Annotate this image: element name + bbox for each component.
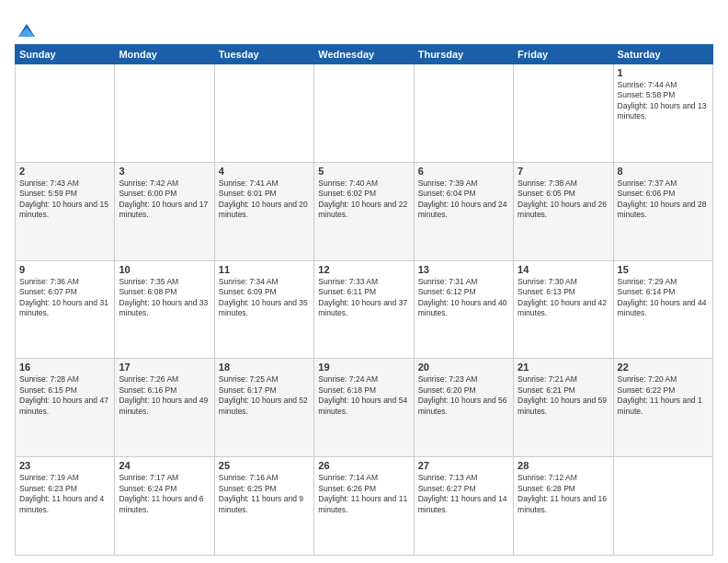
- day-info: Sunrise: 7:34 AM Sunset: 6:09 PM Dayligh…: [219, 277, 310, 319]
- calendar-cell: 20Sunrise: 7:23 AM Sunset: 6:20 PM Dayli…: [414, 359, 513, 457]
- day-info: Sunrise: 7:42 AM Sunset: 6:00 PM Dayligh…: [119, 178, 210, 221]
- day-info: Sunrise: 7:19 AM Sunset: 6:23 PM Dayligh…: [19, 473, 110, 515]
- day-number: 17: [119, 362, 210, 373]
- day-info: Sunrise: 7:21 AM Sunset: 6:21 PM Dayligh…: [518, 374, 609, 417]
- calendar-cell: 19Sunrise: 7:24 AM Sunset: 6:18 PM Dayli…: [314, 359, 414, 457]
- calendar-week-row: 16Sunrise: 7:28 AM Sunset: 6:15 PM Dayli…: [16, 359, 713, 457]
- day-number: 27: [418, 460, 509, 471]
- day-info: Sunrise: 7:33 AM Sunset: 6:11 PM Dayligh…: [318, 277, 409, 319]
- day-number: 15: [618, 264, 709, 275]
- day-number: 16: [19, 362, 110, 373]
- day-number: 28: [518, 460, 609, 471]
- calendar-header-row: SundayMondayTuesdayWednesdayThursdayFrid…: [16, 45, 713, 64]
- day-number: 19: [318, 362, 409, 373]
- day-number: 6: [418, 166, 509, 177]
- day-info: Sunrise: 7:36 AM Sunset: 6:07 PM Dayligh…: [19, 277, 110, 319]
- calendar-cell: [16, 64, 115, 163]
- calendar-cell: [115, 64, 214, 163]
- day-number: 14: [518, 264, 609, 275]
- day-info: Sunrise: 7:38 AM Sunset: 6:05 PM Dayligh…: [518, 178, 609, 221]
- day-number: 26: [318, 460, 409, 471]
- day-number: 9: [19, 264, 110, 275]
- calendar-cell: 28Sunrise: 7:12 AM Sunset: 6:28 PM Dayli…: [514, 457, 613, 556]
- day-number: 10: [119, 264, 210, 275]
- calendar-cell: [214, 64, 313, 163]
- calendar-cell: 6Sunrise: 7:39 AM Sunset: 6:04 PM Daylig…: [414, 162, 513, 260]
- day-info: Sunrise: 7:17 AM Sunset: 6:24 PM Dayligh…: [119, 473, 210, 515]
- calendar-header-wednesday: Wednesday: [314, 45, 414, 64]
- day-info: Sunrise: 7:25 AM Sunset: 6:17 PM Dayligh…: [219, 374, 310, 417]
- day-info: Sunrise: 7:12 AM Sunset: 6:28 PM Dayligh…: [518, 473, 609, 515]
- day-info: Sunrise: 7:37 AM Sunset: 6:06 PM Dayligh…: [618, 178, 709, 221]
- calendar-cell: 26Sunrise: 7:14 AM Sunset: 6:26 PM Dayli…: [314, 457, 414, 556]
- day-number: 1: [618, 67, 709, 78]
- day-number: 23: [19, 460, 110, 471]
- calendar-cell: 11Sunrise: 7:34 AM Sunset: 6:09 PM Dayli…: [214, 260, 313, 359]
- calendar-header-saturday: Saturday: [613, 45, 712, 64]
- header: [15, 15, 713, 40]
- day-info: Sunrise: 7:28 AM Sunset: 6:15 PM Dayligh…: [19, 374, 110, 417]
- day-number: 11: [219, 264, 310, 275]
- day-number: 2: [19, 166, 110, 177]
- calendar-cell: 4Sunrise: 7:41 AM Sunset: 6:01 PM Daylig…: [214, 162, 313, 260]
- logo-icon: [17, 20, 37, 40]
- day-info: Sunrise: 7:44 AM Sunset: 5:58 PM Dayligh…: [618, 80, 709, 122]
- calendar-week-row: 9Sunrise: 7:36 AM Sunset: 6:07 PM Daylig…: [16, 260, 713, 359]
- calendar-header-monday: Monday: [115, 45, 214, 64]
- calendar-cell: 2Sunrise: 7:43 AM Sunset: 5:59 PM Daylig…: [16, 162, 115, 260]
- calendar-week-row: 1Sunrise: 7:44 AM Sunset: 5:58 PM Daylig…: [16, 64, 713, 163]
- calendar-cell: 25Sunrise: 7:16 AM Sunset: 6:25 PM Dayli…: [214, 457, 313, 556]
- svg-marker-1: [18, 28, 35, 37]
- calendar-cell: 16Sunrise: 7:28 AM Sunset: 6:15 PM Dayli…: [16, 359, 115, 457]
- day-number: 5: [318, 166, 409, 177]
- calendar-cell: 9Sunrise: 7:36 AM Sunset: 6:07 PM Daylig…: [16, 260, 115, 359]
- day-info: Sunrise: 7:20 AM Sunset: 6:22 PM Dayligh…: [618, 374, 709, 417]
- calendar-cell: 7Sunrise: 7:38 AM Sunset: 6:05 PM Daylig…: [514, 162, 613, 260]
- day-number: 3: [119, 166, 210, 177]
- day-number: 7: [518, 166, 609, 177]
- day-number: 13: [418, 264, 509, 275]
- day-number: 24: [119, 460, 210, 471]
- calendar-table: SundayMondayTuesdayWednesdayThursdayFrid…: [15, 44, 713, 556]
- day-info: Sunrise: 7:23 AM Sunset: 6:20 PM Dayligh…: [418, 374, 509, 417]
- logo: [15, 18, 37, 40]
- day-number: 18: [219, 362, 310, 373]
- day-info: Sunrise: 7:30 AM Sunset: 6:13 PM Dayligh…: [518, 277, 609, 319]
- day-number: 21: [518, 362, 609, 373]
- calendar-header-friday: Friday: [514, 45, 613, 64]
- day-info: Sunrise: 7:13 AM Sunset: 6:27 PM Dayligh…: [418, 473, 509, 515]
- calendar-cell: [514, 64, 613, 163]
- calendar-cell: 13Sunrise: 7:31 AM Sunset: 6:12 PM Dayli…: [414, 260, 513, 359]
- day-info: Sunrise: 7:35 AM Sunset: 6:08 PM Dayligh…: [119, 277, 210, 319]
- calendar-cell: 14Sunrise: 7:30 AM Sunset: 6:13 PM Dayli…: [514, 260, 613, 359]
- day-info: Sunrise: 7:29 AM Sunset: 6:14 PM Dayligh…: [618, 277, 709, 319]
- day-number: 20: [418, 362, 509, 373]
- page: SundayMondayTuesdayWednesdayThursdayFrid…: [0, 0, 728, 563]
- calendar-cell: [414, 64, 513, 163]
- calendar-cell: 15Sunrise: 7:29 AM Sunset: 6:14 PM Dayli…: [613, 260, 712, 359]
- calendar-cell: 1Sunrise: 7:44 AM Sunset: 5:58 PM Daylig…: [613, 64, 712, 163]
- calendar-cell: 5Sunrise: 7:40 AM Sunset: 6:02 PM Daylig…: [314, 162, 414, 260]
- calendar-cell: 3Sunrise: 7:42 AM Sunset: 6:00 PM Daylig…: [115, 162, 214, 260]
- calendar-cell: 10Sunrise: 7:35 AM Sunset: 6:08 PM Dayli…: [115, 260, 214, 359]
- calendar-header-tuesday: Tuesday: [214, 45, 313, 64]
- day-number: 25: [219, 460, 310, 471]
- day-number: 8: [618, 166, 709, 177]
- calendar-week-row: 2Sunrise: 7:43 AM Sunset: 5:59 PM Daylig…: [16, 162, 713, 260]
- day-info: Sunrise: 7:26 AM Sunset: 6:16 PM Dayligh…: [119, 374, 210, 417]
- day-info: Sunrise: 7:43 AM Sunset: 5:59 PM Dayligh…: [19, 178, 110, 221]
- day-number: 22: [618, 362, 709, 373]
- calendar-cell: 12Sunrise: 7:33 AM Sunset: 6:11 PM Dayli…: [314, 260, 414, 359]
- day-number: 4: [219, 166, 310, 177]
- day-info: Sunrise: 7:41 AM Sunset: 6:01 PM Dayligh…: [219, 178, 310, 221]
- calendar-cell: 17Sunrise: 7:26 AM Sunset: 6:16 PM Dayli…: [115, 359, 214, 457]
- calendar-cell: 18Sunrise: 7:25 AM Sunset: 6:17 PM Dayli…: [214, 359, 313, 457]
- day-info: Sunrise: 7:31 AM Sunset: 6:12 PM Dayligh…: [418, 277, 509, 319]
- calendar-cell: 21Sunrise: 7:21 AM Sunset: 6:21 PM Dayli…: [514, 359, 613, 457]
- calendar-cell: 22Sunrise: 7:20 AM Sunset: 6:22 PM Dayli…: [613, 359, 712, 457]
- calendar-cell: 24Sunrise: 7:17 AM Sunset: 6:24 PM Dayli…: [115, 457, 214, 556]
- calendar-cell: 27Sunrise: 7:13 AM Sunset: 6:27 PM Dayli…: [414, 457, 513, 556]
- calendar-cell: 23Sunrise: 7:19 AM Sunset: 6:23 PM Dayli…: [16, 457, 115, 556]
- day-info: Sunrise: 7:24 AM Sunset: 6:18 PM Dayligh…: [318, 374, 409, 417]
- calendar-cell: 8Sunrise: 7:37 AM Sunset: 6:06 PM Daylig…: [613, 162, 712, 260]
